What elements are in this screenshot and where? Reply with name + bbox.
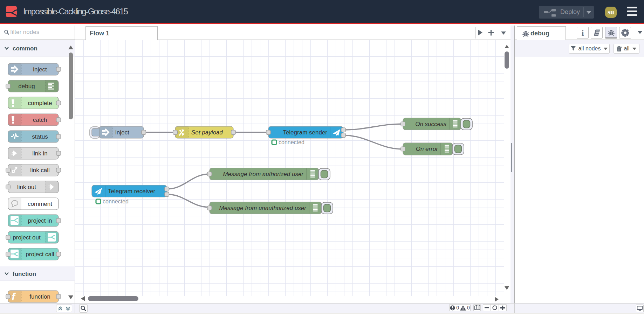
svg-text:complete: complete — [28, 100, 52, 106]
svg-text:function: function — [29, 293, 50, 300]
svg-text:On success: On success — [415, 121, 446, 127]
svg-text:Message from authorized user: Message from authorized user — [223, 171, 304, 177]
svg-text:On error: On error — [416, 146, 439, 152]
svg-text:project out: project out — [13, 234, 41, 241]
svg-text:link in: link in — [32, 150, 47, 157]
svg-text:connected: connected — [103, 198, 129, 204]
svg-text:project in: project in — [28, 217, 52, 224]
svg-text:function: function — [13, 271, 36, 277]
svg-text:Telegram sender: Telegram sender — [283, 129, 327, 136]
svg-text:common: common — [13, 45, 37, 52]
svg-text:link call: link call — [30, 167, 50, 174]
svg-text:link out: link out — [17, 184, 36, 190]
svg-text:inject: inject — [115, 129, 129, 136]
svg-text:Set payload: Set payload — [191, 129, 223, 136]
svg-text:project call: project call — [26, 251, 54, 258]
svg-text:status: status — [32, 133, 48, 140]
svg-text:inject: inject — [33, 66, 47, 73]
svg-text:connected: connected — [279, 139, 304, 145]
svg-text:catch: catch — [33, 117, 47, 123]
svg-text:debug: debug — [18, 83, 35, 90]
svg-text:Message from unauthorized user: Message from unauthorized user — [219, 205, 307, 211]
svg-text:comment: comment — [28, 201, 52, 207]
svg-text:Telegram receiver: Telegram receiver — [108, 188, 155, 195]
